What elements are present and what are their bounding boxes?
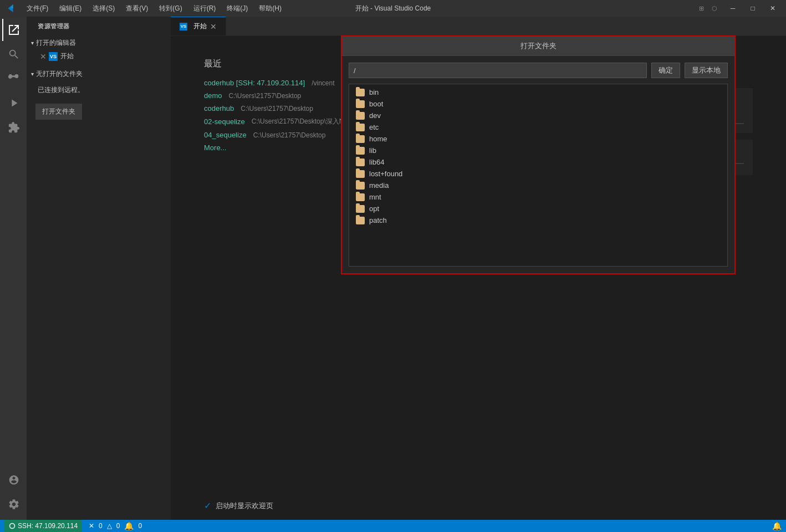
menu-run[interactable]: 运行(R) [189,3,221,14]
close-button[interactable]: ✕ [765,3,780,14]
activity-settings-icon[interactable] [2,493,24,515]
recent-link-2[interactable]: coderhub [204,104,234,112]
dialog-body: 确定 显示本地 bin boot dev etc home lib lib64 [342,56,734,273]
folder-item[interactable]: lost+found [349,168,727,180]
folder-item[interactable]: lib64 [349,156,727,168]
notifications-icon[interactable]: 🔔 [772,521,782,530]
status-right: 🔔 [772,521,782,530]
folder-list[interactable]: bin boot dev etc home lib lib64 lost+fou… [349,84,728,267]
folder-item[interactable]: media [349,180,727,191]
recent-link-4[interactable]: 04_sequelize [204,131,247,139]
chevron-down-icon: ▾ [31,40,34,46]
folder-icon [356,205,365,213]
folder-item[interactable]: opt [349,203,727,214]
activity-remote-icon[interactable] [2,469,24,491]
sidebar: 资源管理器 ▾ 打开的编辑器 ✕ VS 开始 ▾ 无打开的文件夹 已连接到远程。… [27,17,171,520]
editor-item-start[interactable]: ✕ VS 开始 [27,50,171,63]
menu-selection[interactable]: 选择(S) [88,3,119,14]
recent-link-0[interactable]: coderhub [SSH: 47.109.20.114] [204,79,305,87]
remote-status-item[interactable]: SSH: 47.109.20.114 [4,520,82,532]
folder-path-input[interactable] [349,63,647,78]
open-editors-label: 打开的编辑器 [36,38,76,48]
confirm-button[interactable]: 确定 [651,63,680,78]
recent-path-0: /vincent [312,79,334,87]
activity-extensions-icon[interactable] [2,116,24,139]
folder-name: etc [369,123,379,131]
activity-search-icon[interactable] [2,43,24,65]
folder-item[interactable]: dev [349,110,727,121]
editor-file-icon: VS [49,52,58,61]
activity-explorer-icon[interactable] [2,19,24,41]
menu-help[interactable]: 帮助(H) [254,3,286,14]
layout-icon[interactable]: ⊞ [699,5,704,12]
dialog-title: 打开文件夹 [342,37,734,56]
open-folder-dialog: 打开文件夹 确定 显示本地 bin boot dev etc home [341,36,735,274]
editor-item-label: 开始 [60,52,74,61]
chevron-right-icon: ▾ [31,71,34,77]
menu-bar: 文件(F) 编辑(E) 选择(S) 查看(V) 转到(G) 运行(R) 终端(J… [22,3,286,14]
activity-bar-bottom [2,469,24,520]
warnings-count[interactable]: 0 [116,522,120,530]
title-bar-left: 文件(F) 编辑(E) 选择(S) 查看(V) 转到(G) 运行(R) 终端(J… [6,3,286,14]
open-editors-header[interactable]: ▾ 打开的编辑器 [27,36,171,50]
tab-close-icon[interactable]: ✕ [210,22,217,31]
recent-link-1[interactable]: demo [204,91,222,100]
folder-item[interactable]: bin [349,86,727,98]
folder-name: dev [369,111,381,120]
minimize-button[interactable]: ─ [725,3,741,14]
recent-path-4: C:\Users\21757\Desktop [253,131,326,139]
folder-icon [356,124,365,131]
folder-icon [356,112,365,120]
folder-icon [356,89,365,96]
open-folder-button[interactable]: 打开文件夹 [35,104,82,120]
maximize-button[interactable]: □ [745,3,761,14]
activity-run-icon[interactable] [2,92,24,114]
remote-connected-text: 已连接到远程。 [27,81,171,99]
folder-icon [356,100,365,108]
close-editor-icon[interactable]: ✕ [40,52,47,61]
startup-checkbox-row: ✓ 启动时显示欢迎页 [171,500,786,520]
folder-icon [356,135,365,143]
dialog-input-row: 确定 显示本地 [349,63,728,78]
menu-terminal[interactable]: 终端(J) [222,3,252,14]
window-controls: ⊞ ⬡ ─ □ ✕ [699,3,780,14]
no-folder-section: ▾ 无打开的文件夹 已连接到远程。 打开文件夹 [27,65,171,126]
folder-item[interactable]: etc [349,121,727,133]
folder-item[interactable]: boot [349,98,727,110]
folder-name: lib [369,146,376,155]
tab-welcome-label: 开始 [193,22,207,31]
folder-item[interactable]: mnt [349,191,727,203]
status-left: ✕ 0 △ 0 🔔 0 [89,521,142,530]
layout-icon2[interactable]: ⬡ [712,5,717,12]
folder-icon [356,217,365,224]
folder-name: opt [369,204,379,213]
checkbox-checked-icon[interactable]: ✓ [204,500,211,511]
folder-name: patch [369,216,387,224]
folder-icon [356,182,365,190]
errors-icon: ✕ [89,522,94,530]
folder-item[interactable]: home [349,133,727,145]
main-area: VS 开始 ✕ 最近 coderhub [SSH: 47.109.20.114]… [171,17,786,520]
tab-welcome[interactable]: VS 开始 ✕ [171,17,226,35]
recent-path-1: C:\Users\21757\Desktop [229,92,302,100]
warnings-icon: △ [107,522,112,530]
menu-file[interactable]: 文件(F) [22,3,53,14]
folder-icon [356,170,365,178]
errors-count[interactable]: 0 [99,522,103,530]
tab-file-icon: VS [180,23,187,30]
menu-edit[interactable]: 编辑(E) [55,3,86,14]
sidebar-title: 资源管理器 [27,17,171,34]
folder-item[interactable]: patch [349,214,727,226]
recent-link-3[interactable]: 02-sequelize [204,117,245,126]
show-on-startup-label: 启动时显示欢迎页 [216,501,273,511]
menu-goto[interactable]: 转到(G) [155,3,186,14]
show-local-button[interactable]: 显示本地 [685,63,728,78]
no-folder-label: 无打开的文件夹 [36,69,83,79]
activity-source-control-icon[interactable] [2,68,24,90]
info-count[interactable]: 0 [138,522,142,530]
window-title: 开始 - Visual Studio Code [355,4,431,13]
menu-view[interactable]: 查看(V) [121,3,152,14]
no-folder-header[interactable]: ▾ 无打开的文件夹 [27,67,171,81]
folder-item[interactable]: lib [349,145,727,156]
vscode-logo-icon [6,3,16,13]
